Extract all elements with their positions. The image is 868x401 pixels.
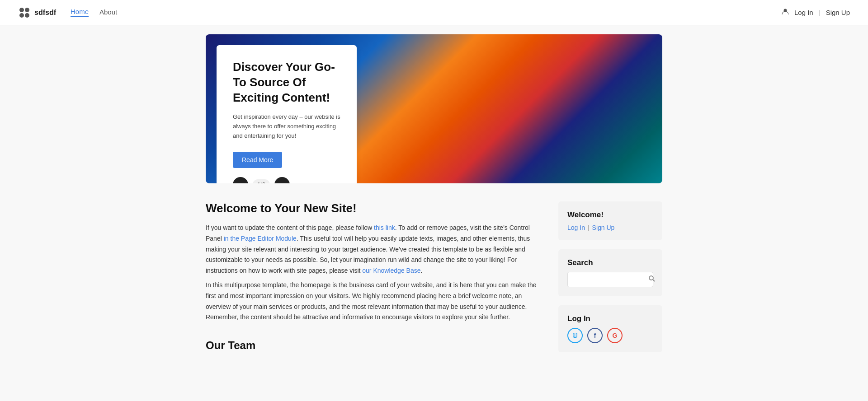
sidebar: Welcome! Log In | Sign Up Search Log In (558, 201, 662, 361)
sidebar-sep: | (588, 224, 590, 231)
sidebar-signup-link[interactable]: Sign Up (592, 224, 615, 231)
search-widget: Search (558, 249, 662, 296)
nav-separator: | (819, 9, 821, 16)
svg-point-2 (19, 13, 24, 18)
hero-title: Discover Your Go-To Source Of Exciting C… (233, 60, 340, 105)
main-body: If you want to update the content of thi… (206, 223, 540, 323)
nav-link-home[interactable]: Home (71, 8, 89, 17)
svg-line-6 (653, 280, 655, 281)
logo-icon (18, 6, 31, 19)
social-facebook-button[interactable]: f (587, 328, 603, 343)
welcome-widget-title: Welcome! (567, 210, 653, 219)
google-icon: G (613, 332, 618, 339)
read-more-button[interactable]: Read More (233, 152, 282, 168)
nav-link-about[interactable]: About (99, 8, 117, 17)
welcome-widget-links: Log In | Sign Up (567, 224, 653, 231)
svg-point-0 (19, 8, 24, 12)
search-input[interactable] (572, 276, 648, 283)
svg-point-5 (649, 276, 653, 280)
login-widget: Log In 𝕌 f G (558, 305, 662, 352)
search-icon (648, 275, 656, 284)
social-icons: 𝕌 f G (567, 328, 653, 343)
nav-login-link[interactable]: Log In (794, 9, 813, 16)
navbar-brand[interactable]: sdfsdf (18, 6, 56, 19)
section-title: Welcome to Your New Site! (206, 201, 540, 215)
page-editor-link[interactable]: in the Page Editor Module (224, 235, 297, 242)
welcome-widget: Welcome! Log In | Sign Up (558, 201, 662, 240)
hero-next-button[interactable]: › (274, 177, 290, 183)
svg-point-3 (25, 13, 29, 18)
main-wrapper: Welcome to Your New Site! If you want to… (206, 183, 662, 388)
team-title: Our Team (206, 339, 540, 352)
hero-card: Discover Your Go-To Source Of Exciting C… (217, 45, 357, 183)
brand-name: sdfsdf (34, 9, 56, 17)
nav-right: Log In | Sign Up (782, 8, 850, 17)
main-content: Welcome to Your New Site! If you want to… (206, 201, 540, 361)
search-widget-title: Search (567, 258, 653, 267)
body-paragraph-1: If you want to update the content of thi… (206, 223, 540, 276)
hero-navigation: ‹ 1/3 › (233, 177, 340, 183)
nav-links: Home About (71, 8, 782, 17)
hero-section: Discover Your Go-To Source Of Exciting C… (206, 34, 662, 183)
facebook-icon: f (594, 332, 596, 339)
user-icon (782, 8, 789, 17)
hero-counter: 1/3 (253, 179, 270, 183)
svg-point-1 (25, 8, 29, 12)
login-widget-title: Log In (567, 314, 653, 323)
social-google-button[interactable]: G (607, 328, 623, 343)
social-twitter-button[interactable]: 𝕌 (567, 328, 583, 343)
sidebar-login-link[interactable]: Log In (567, 224, 585, 231)
twitter-icon: 𝕌 (572, 332, 578, 339)
nav-signup-link[interactable]: Sign Up (826, 9, 850, 16)
hero-subtitle: Get inspiration every day – our website … (233, 112, 340, 140)
body-paragraph-2: In this multipurpose template, the homep… (206, 280, 540, 323)
search-box (567, 272, 653, 287)
this-link[interactable]: this link (374, 224, 395, 231)
knowledge-base-link[interactable]: our Knowledge Base (362, 267, 420, 274)
hero-prev-button[interactable]: ‹ (233, 177, 248, 183)
navbar: sdfsdf Home About Log In | Sign Up (0, 0, 868, 25)
